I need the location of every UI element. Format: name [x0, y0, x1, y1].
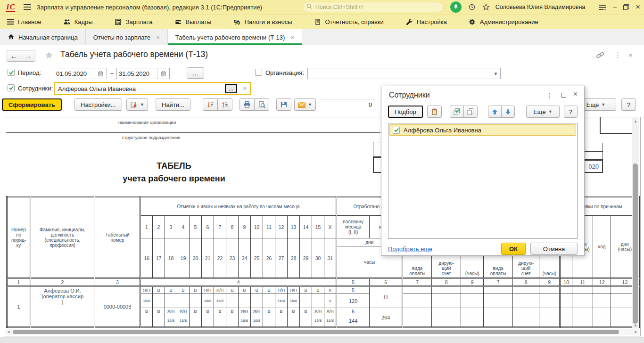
menu-item-administration[interactable]: Администрирование	[469, 18, 538, 25]
tab-salary-reports[interactable]: Отчеты по зарплате×	[86, 29, 168, 45]
menu-item-main[interactable]: Главное	[7, 18, 41, 25]
forward-button[interactable]: →	[21, 50, 35, 62]
close-tab-icon[interactable]: ×	[290, 34, 294, 41]
day-mark-cell: В	[153, 308, 165, 315]
scroll-left-icon[interactable]: ◄	[7, 330, 10, 334]
tab-label: Отчеты по зарплате	[93, 34, 150, 41]
favorites-star-icon[interactable]	[482, 3, 490, 11]
date-to-field[interactable]	[116, 68, 170, 79]
employees-checkbox[interactable]	[8, 84, 15, 91]
item-checkbox[interactable]	[393, 127, 400, 134]
day-mark-cell: В	[263, 286, 275, 294]
dialog-more-button[interactable]: Еще▼	[526, 106, 560, 118]
date-from-input[interactable]	[54, 70, 95, 77]
calendar-icon[interactable]	[95, 68, 106, 79]
day-number-cell: 29	[300, 238, 312, 278]
help-button[interactable]: ?	[621, 98, 636, 111]
day-mark-cell: В	[226, 286, 239, 294]
system-menu-icon[interactable]	[24, 4, 31, 10]
cancel-button[interactable]: Отмена	[530, 243, 578, 255]
kebab-menu-icon[interactable]: ⋮	[614, 51, 621, 59]
date-to-input[interactable]	[117, 70, 157, 77]
dialog-maximize-icon[interactable]	[561, 92, 566, 99]
employees-choose-button[interactable]: ...	[225, 84, 237, 93]
get-link-icon[interactable]	[596, 51, 604, 61]
minimize-button[interactable]: –	[613, 3, 617, 11]
search-icon	[306, 3, 313, 11]
find-button[interactable]: Найти...	[156, 98, 190, 111]
menu-item-taxes[interactable]: %Налоги и взносы	[233, 18, 292, 26]
dialog-kebab-menu-icon[interactable]: ⋮	[546, 92, 553, 99]
ok-button[interactable]: ОК	[501, 243, 526, 255]
check-all-button[interactable]	[450, 106, 464, 118]
employees-list[interactable]: Алфёрова Ольга Ивановна	[388, 123, 578, 239]
scroll-up-icon[interactable]: ▲	[634, 119, 637, 123]
vertical-scrollbar[interactable]: ▲ ▼	[632, 118, 639, 328]
colnum: 1	[7, 278, 31, 286]
organization-checkbox[interactable]	[255, 69, 262, 76]
clear-icon[interactable]: ×	[243, 85, 247, 92]
menu-icon	[7, 19, 14, 25]
employees-field[interactable]: Алфёрова Ольга Ивановна ... ×	[54, 82, 251, 95]
organization-combobox[interactable]: ▼	[307, 68, 501, 79]
menu-item-salary[interactable]: Зарплата	[115, 18, 153, 25]
dialog-close-icon[interactable]: ×	[573, 90, 578, 98]
period-options-button[interactable]: ...	[187, 67, 204, 79]
uncheck-all-button[interactable]	[463, 106, 478, 118]
application-window: 1С Зарплата и управление персоналом (баз…	[0, 0, 644, 343]
tab-timesheet[interactable]: Табель учета рабочего времени (Т-13)×	[168, 29, 302, 45]
close-form-icon[interactable]: ×	[628, 51, 633, 59]
day-hours-cell: X	[324, 294, 337, 308]
dialog-help-button[interactable]: ?	[564, 106, 578, 118]
menu-item-settings[interactable]: Настройка	[405, 18, 447, 25]
menu-item-personnel[interactable]: Кадры	[63, 18, 93, 25]
half1-hours-cell: 120	[337, 294, 370, 308]
scroll-down-icon[interactable]: ▼	[634, 324, 637, 328]
close-tab-icon[interactable]: ×	[156, 34, 160, 41]
pick-more-link[interactable]: Подобрать еще	[388, 245, 432, 253]
send-email-button[interactable]: ▼	[294, 98, 316, 111]
period-checkbox[interactable]	[8, 69, 15, 76]
tab-home[interactable]: Начальная страница	[0, 29, 86, 45]
close-window-button[interactable]: ×	[636, 2, 640, 12]
day-number-cell: 1	[140, 216, 153, 238]
employees-dialog: Сотрудники ⋮ × Подбор	[381, 86, 585, 256]
menu-item-payments[interactable]: Выплаты	[174, 18, 212, 25]
day-mark-cell: В	[275, 308, 288, 315]
history-icon[interactable]	[468, 3, 476, 11]
current-user-name[interactable]: Соловьева Юлия Владимировна	[495, 4, 586, 10]
calendar-icon[interactable]	[157, 68, 169, 79]
day-hours-cell: 16/8	[239, 315, 251, 327]
settings-button[interactable]: Настройки...	[74, 98, 122, 111]
restore-button[interactable]	[623, 4, 629, 10]
paste-button[interactable]	[427, 106, 442, 118]
report-variants-button[interactable]: ▼	[126, 98, 148, 111]
pick-button[interactable]: Подбор	[388, 106, 423, 118]
horizontal-scrollbar[interactable]: ◄ ►	[5, 329, 639, 335]
horizontal-scroll-thumb[interactable]	[13, 330, 619, 334]
chevron-down-icon[interactable]: ▼	[491, 68, 500, 79]
notifications-button[interactable]	[450, 1, 462, 13]
user-menu-icon[interactable]	[598, 4, 606, 11]
save-button[interactable]	[276, 98, 291, 111]
chevron-down-icon: ▼	[548, 109, 553, 114]
move-up-button[interactable]	[488, 106, 502, 118]
day-mark-cell: В	[190, 286, 202, 294]
scroll-right-icon[interactable]: ►	[634, 330, 638, 334]
favorite-star-icon[interactable]	[44, 50, 54, 61]
print-preview-button[interactable]	[254, 98, 269, 111]
global-search-input[interactable]: Поиск Ctrl+Shift+F	[302, 2, 444, 12]
menu-item-reporting[interactable]: Отчетность, справки	[314, 18, 384, 25]
back-button[interactable]: ←	[7, 50, 21, 62]
move-down-button[interactable]	[501, 106, 515, 118]
auto-refresh-counter[interactable]	[319, 99, 375, 110]
date-from-field[interactable]	[54, 68, 107, 79]
generate-report-button[interactable]: Сформировать	[2, 98, 62, 111]
sort-ascending-button[interactable]	[217, 98, 232, 111]
vertical-scroll-thumb[interactable]	[633, 163, 638, 324]
sort-descending-button[interactable]	[203, 98, 218, 111]
print-button[interactable]	[239, 98, 255, 111]
list-item[interactable]: Алфёрова Ольга Ивановна	[389, 124, 576, 136]
col3-header: Табельный номер	[95, 197, 140, 278]
day-number-cell: 3	[165, 216, 177, 238]
